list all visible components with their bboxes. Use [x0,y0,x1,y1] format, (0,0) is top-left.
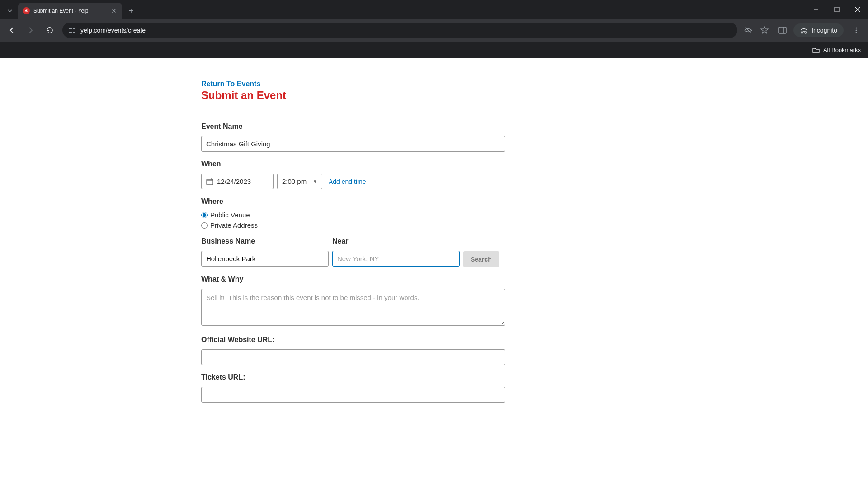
tickets-url-label: Tickets URL: [201,373,667,381]
venue-public-radio[interactable]: Public Venue [201,211,667,219]
website-url-group: Official Website URL: [201,336,667,365]
date-input[interactable]: 12/24/2023 [201,174,274,189]
business-name-label: Business Name [201,237,329,245]
incognito-badge[interactable]: Incognito [793,23,844,37]
public-venue-label: Public Venue [210,211,250,219]
where-label: Where [201,197,667,206]
eye-off-icon[interactable] [744,26,753,35]
window-controls [806,0,868,19]
bookmark-star-icon[interactable] [760,26,769,35]
private-address-radio-input[interactable] [201,222,208,229]
url-action-icons [744,26,769,35]
venue-private-radio[interactable]: Private Address [201,221,667,229]
near-input[interactable] [332,251,460,267]
svg-rect-1 [835,7,839,12]
time-select[interactable]: 2:00 pm ▼ [277,174,322,189]
url-bar: yelp.com/events/create Incognito [0,19,868,42]
tab-title: Submit an Event - Yelp [33,8,107,14]
chevron-down-icon: ▼ [313,179,317,184]
all-bookmarks-button[interactable]: All Bookmarks [812,47,861,54]
divider [201,103,667,116]
return-to-events-link[interactable]: Return To Events [201,80,667,88]
when-label: When [201,160,667,168]
svg-rect-5 [73,32,75,33]
url-text: yelp.com/events/create [80,27,146,34]
back-button[interactable] [5,24,18,37]
minimize-button[interactable] [806,0,826,19]
near-label: Near [332,237,460,245]
browser-tab[interactable]: ✱ Submit an Event - Yelp ✕ [18,3,122,19]
url-field[interactable]: yelp.com/events/create [62,23,737,38]
browser-menu-icon[interactable] [850,27,863,34]
side-panel-icon[interactable] [778,26,787,35]
incognito-label: Incognito [811,27,837,34]
tab-close-icon[interactable]: ✕ [110,7,118,14]
svg-rect-11 [207,179,213,185]
site-settings-icon[interactable] [69,27,76,34]
time-value: 2:00 pm [282,178,307,185]
what-why-group: What & Why [201,275,667,328]
folder-icon [812,47,820,54]
page-title: Submit an Event [201,89,667,102]
tab-search-dropdown[interactable] [2,3,18,19]
event-name-label: Event Name [201,122,667,131]
maximize-button[interactable] [826,0,847,19]
browser-chrome: ✱ Submit an Event - Yelp ✕ + [0,0,868,58]
website-url-label: Official Website URL: [201,336,667,344]
svg-rect-3 [73,28,75,29]
search-button[interactable]: Search [463,251,499,267]
close-window-button[interactable] [847,0,868,19]
svg-rect-6 [779,27,786,33]
svg-rect-4 [69,32,72,33]
business-group: Business Name Near Search [201,237,667,267]
what-why-textarea[interactable] [201,289,505,326]
reload-button[interactable] [43,24,56,37]
svg-point-10 [856,32,857,33]
calendar-icon [206,178,213,185]
forward-button[interactable] [24,24,37,37]
event-name-group: Event Name [201,122,667,152]
when-group: When 12/24/2023 2:00 pm ▼ Add end time [201,160,667,189]
tickets-url-input[interactable] [201,387,505,403]
new-tab-button[interactable]: + [125,5,137,17]
yelp-favicon-icon: ✱ [23,7,30,14]
tab-bar: ✱ Submit an Event - Yelp ✕ + [0,0,868,19]
svg-point-8 [856,28,857,29]
event-name-input[interactable] [201,136,505,152]
business-name-input[interactable] [201,251,329,267]
add-end-time-link[interactable]: Add end time [329,178,366,185]
public-venue-radio-input[interactable] [201,212,208,218]
website-url-input[interactable] [201,349,505,365]
where-group: Where Public Venue Private Address [201,197,667,229]
bookmarks-bar: All Bookmarks [0,42,868,58]
tickets-url-group: Tickets URL: [201,373,667,403]
main-content: Return To Events Submit an Event Event N… [201,63,667,403]
page-viewport[interactable]: Restaurants ▼ Home Services ▼ Auto Servi… [0,58,868,488]
all-bookmarks-label: All Bookmarks [823,47,861,53]
private-address-label: Private Address [210,221,258,229]
incognito-icon [800,26,808,34]
top-nav: Restaurants ▼ Home Services ▼ Auto Servi… [0,58,868,63]
date-value: 12/24/2023 [217,178,251,185]
svg-rect-2 [69,28,72,29]
svg-point-9 [856,30,857,31]
what-why-label: What & Why [201,275,667,283]
